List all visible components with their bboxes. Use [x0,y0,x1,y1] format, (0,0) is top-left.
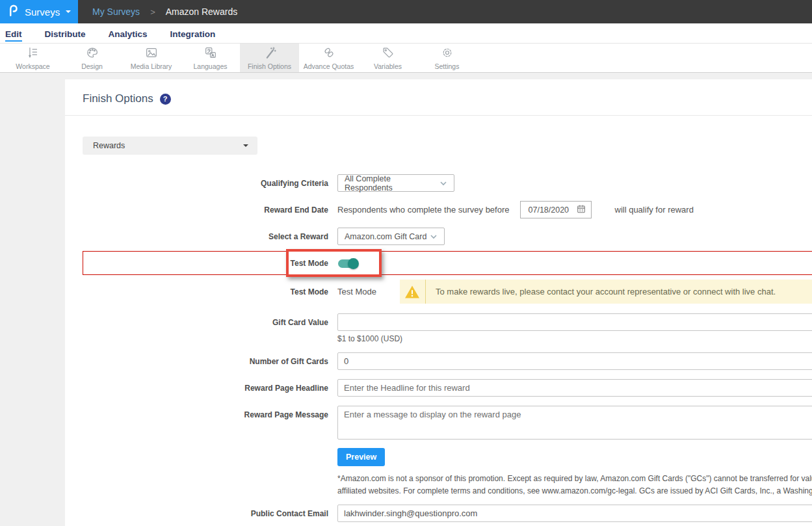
toolbar-item-label: Advance Quotas [304,62,354,70]
surveys-menu[interactable]: Surveys [0,0,78,23]
disclaimer-line-2: affiliated websites. For complete terms … [337,485,812,497]
toolbar-item-label: Variables [374,62,402,70]
reward-end-date-value: 07/18/2020 [529,205,570,215]
test-mode-status-row: Test Mode Test Mode To make rewards live… [83,280,812,304]
reward-end-date-row: Reward End Date Respondents who complete… [83,201,812,218]
reward-page-message-label: Reward Page Message [83,406,337,419]
reward-page-headline-label: Reward Page Headline [83,384,337,393]
number-of-gift-cards-row: Number of Gift Cards [83,352,812,370]
page-background: Finish Options ? Rewards Qualifying Crit… [0,73,812,526]
chevron-down-icon [439,179,447,187]
edit-toolbar: Workspace Design Media Library Languages… [0,44,812,73]
toolbar-item-design[interactable]: Design [62,44,122,72]
rewards-section-label: Rewards [93,141,125,150]
tab-edit[interactable]: Edit [5,25,22,42]
reward-end-date-suffix: will qualify for reward [615,205,694,215]
test-mode-toggle[interactable] [338,259,358,268]
gift-card-value-helper: $1 to $1000 (USD) [337,334,812,343]
divider [65,115,812,116]
calendar-icon[interactable] [577,204,586,215]
toolbar-item-media-library[interactable]: Media Library [122,44,181,72]
breadcrumb-separator: > [150,7,155,17]
toolbar-item-label: Media Library [131,62,172,70]
reward-end-date-prefix: Respondents who complete the survey befo… [337,205,510,215]
breadcrumb-current: Amazon Rewards [166,7,238,17]
media-library-icon [144,46,159,61]
questionpro-logo-icon [8,3,19,20]
help-icon[interactable]: ? [160,94,171,105]
toolbar-item-label: Settings [435,62,460,70]
qualifying-criteria-value: All Complete Respondents [345,174,439,192]
gift-card-value-input[interactable] [337,313,812,331]
reward-page-headline-row: Reward Page Headline [83,379,812,397]
amazon-disclaimer: *Amazon.com is not a sponsor of this pro… [337,473,812,497]
reward-page-headline-input[interactable] [337,379,812,397]
reward-page-message-input[interactable] [337,406,812,440]
select-reward-select[interactable]: Amazon.com Gift Card [337,228,445,245]
disclaimer-line-1: *Amazon.com is not a sponsor of this pro… [337,473,812,485]
gift-card-value-label: Gift Card Value [83,318,337,327]
top-bar: Surveys My Surveys > Amazon Rewards [0,0,812,23]
toolbar-item-label: Languages [194,62,228,70]
rewards-section-dropdown[interactable]: Rewards [83,137,257,155]
public-contact-email-label: Public Contact Email [83,509,337,518]
qualifying-criteria-label: Qualifying Criteria [83,179,337,188]
tab-integration[interactable]: Integration [170,25,216,42]
qualifying-criteria-row: Qualifying Criteria All Complete Respond… [83,174,812,192]
number-of-gift-cards-input[interactable] [337,352,812,370]
advance-quotas-icon [322,46,336,61]
settings-icon [440,46,454,61]
reward-page-message-row: Reward Page Message [83,406,812,442]
gift-card-value-row: Gift Card Value [83,313,812,331]
toolbar-item-variables[interactable]: Variables [358,44,417,72]
preview-button[interactable]: Preview [337,448,385,466]
select-reward-label: Select a Reward [83,232,337,241]
select-reward-row: Select a Reward Amazon.com Gift Card [83,228,812,245]
public-contact-email-input[interactable] [337,505,812,522]
main-nav: Edit Distribute Analytics Integration [0,23,812,44]
workspace-icon [26,46,40,61]
toolbar-item-advance-quotas[interactable]: Advance Quotas [299,44,358,72]
qualifying-criteria-select[interactable]: All Complete Respondents [337,174,454,192]
toolbar-item-label: Finish Options [248,62,291,70]
toolbar-item-languages[interactable]: Languages [181,44,240,72]
toolbar-item-finish-options[interactable]: Finish Options [240,44,299,72]
toolbar-item-label: Design [81,62,103,70]
tab-analytics[interactable]: Analytics [109,25,148,42]
design-icon [85,46,99,61]
warning-message: To make rewards live, please contact you… [426,280,785,304]
finish-options-panel: Finish Options ? Rewards Qualifying Crit… [65,79,812,526]
breadcrumb-my-surveys[interactable]: My Surveys [92,7,140,17]
test-mode-toggle-label: Test Mode [83,259,337,268]
reward-end-date-input[interactable]: 07/18/2020 [520,201,592,218]
reward-end-date-label: Reward End Date [83,205,337,215]
tab-distribute[interactable]: Distribute [45,25,86,42]
chevron-down-icon [66,10,71,16]
test-mode-status-value: Test Mode [337,287,376,296]
test-mode-toggle-row: Test Mode [83,249,812,278]
chevron-down-icon [243,144,248,150]
page-title: Finish Options [83,92,153,105]
surveys-menu-label: Surveys [25,7,60,18]
languages-icon [203,46,218,61]
warning-triangle-icon [400,280,426,304]
toggle-knob [348,258,359,269]
finish-options-icon [263,46,277,61]
toolbar-item-settings[interactable]: Settings [417,44,477,72]
toolbar-item-label: Workspace [16,62,49,70]
chevron-down-icon [430,233,438,241]
number-of-gift-cards-label: Number of Gift Cards [83,357,337,366]
select-reward-value: Amazon.com Gift Card [345,232,426,241]
public-contact-email-row: Public Contact Email [83,505,812,522]
breadcrumb: My Surveys > Amazon Rewards [92,0,237,23]
warning-banner: To make rewards live, please contact you… [400,280,812,304]
variables-icon [381,46,395,61]
test-mode-status-label: Test Mode [83,287,337,296]
toolbar-item-workspace[interactable]: Workspace [3,44,62,72]
